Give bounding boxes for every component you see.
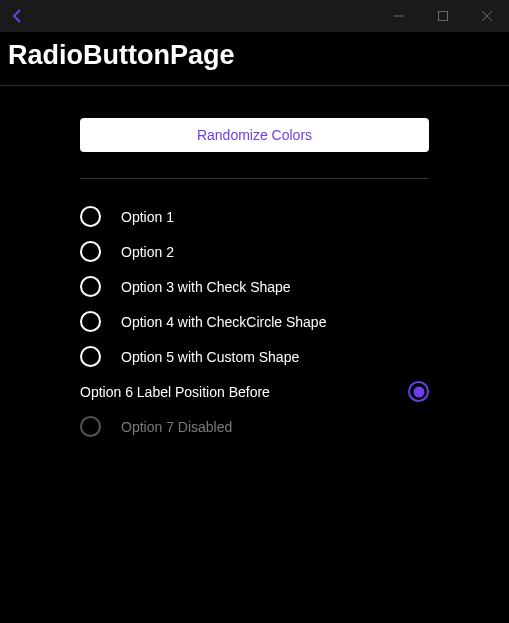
radio-option-2[interactable]: Option 2 — [80, 234, 429, 269]
radio-icon — [80, 311, 101, 332]
svg-rect-0 — [439, 12, 448, 21]
minimize-icon — [394, 11, 404, 21]
window-controls — [377, 0, 509, 32]
close-button[interactable] — [465, 0, 509, 32]
radio-icon-selected — [408, 381, 429, 402]
radio-label: Option 4 with CheckCircle Shape — [121, 314, 326, 330]
maximize-icon — [438, 11, 448, 21]
titlebar — [0, 0, 509, 32]
radio-option-7: Option 7 Disabled — [80, 409, 429, 444]
radio-icon — [80, 241, 101, 262]
radio-label: Option 1 — [121, 209, 174, 225]
maximize-button[interactable] — [421, 0, 465, 32]
back-arrow-icon — [10, 8, 26, 24]
radio-icon — [80, 346, 101, 367]
page-title: RadioButtonPage — [0, 32, 509, 86]
radio-label: Option 6 Label Position Before — [80, 384, 270, 400]
close-icon — [482, 11, 492, 21]
radio-label: Option 3 with Check Shape — [121, 279, 291, 295]
randomize-colors-button[interactable]: Randomize Colors — [80, 118, 429, 152]
minimize-button[interactable] — [377, 0, 421, 32]
radio-icon — [80, 276, 101, 297]
radio-option-4[interactable]: Option 4 with CheckCircle Shape — [80, 304, 429, 339]
radio-label: Option 2 — [121, 244, 174, 260]
divider — [80, 178, 429, 179]
radio-icon — [80, 416, 101, 437]
radio-label: Option 5 with Custom Shape — [121, 349, 299, 365]
radio-option-6[interactable]: Option 6 Label Position Before — [80, 374, 429, 409]
radio-icon — [80, 206, 101, 227]
radio-group: Option 1 Option 2 Option 3 with Check Sh… — [80, 199, 429, 444]
content-area: Randomize Colors Option 1 Option 2 Optio… — [0, 86, 509, 444]
radio-option-5[interactable]: Option 5 with Custom Shape — [80, 339, 429, 374]
radio-label: Option 7 Disabled — [121, 419, 232, 435]
radio-option-3[interactable]: Option 3 with Check Shape — [80, 269, 429, 304]
back-button[interactable] — [6, 4, 30, 28]
radio-option-1[interactable]: Option 1 — [80, 199, 429, 234]
